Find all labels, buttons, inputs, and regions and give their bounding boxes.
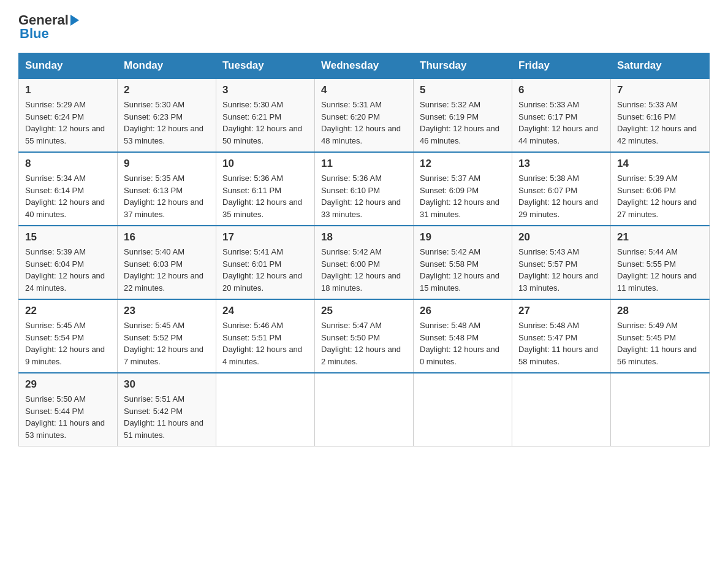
day-number: 22 (25, 305, 111, 317)
day-number: 2 (124, 84, 210, 96)
day-info: Sunrise: 5:51 AMSunset: 5:42 PMDaylight:… (124, 394, 203, 440)
day-number: 9 (124, 158, 210, 170)
day-number: 24 (222, 305, 308, 317)
logo-blue-text: Blue (20, 26, 49, 42)
calendar-day-cell: 15Sunrise: 5:39 AMSunset: 6:04 PMDayligh… (19, 226, 118, 299)
calendar-day-cell (611, 373, 710, 446)
day-info: Sunrise: 5:46 AMSunset: 5:51 PMDaylight:… (222, 321, 302, 366)
logo-triangle-icon (70, 15, 79, 26)
calendar-day-cell: 23Sunrise: 5:45 AMSunset: 5:52 PMDayligh… (118, 299, 216, 373)
calendar-header-saturday: Saturday (611, 53, 710, 79)
page-header: General Blue (18, 12, 710, 42)
calendar-day-cell: 29Sunrise: 5:50 AMSunset: 5:44 PMDayligh… (19, 373, 118, 446)
day-number: 26 (420, 305, 506, 317)
day-info: Sunrise: 5:36 AMSunset: 6:10 PMDaylight:… (321, 174, 401, 219)
calendar-day-cell: 9Sunrise: 5:35 AMSunset: 6:13 PMDaylight… (118, 152, 216, 226)
day-info: Sunrise: 5:36 AMSunset: 6:11 PMDaylight:… (222, 174, 302, 219)
calendar-day-cell: 20Sunrise: 5:43 AMSunset: 5:57 PMDayligh… (512, 226, 611, 299)
day-info: Sunrise: 5:45 AMSunset: 5:54 PMDaylight:… (25, 321, 105, 366)
calendar-day-cell: 17Sunrise: 5:41 AMSunset: 6:01 PMDayligh… (216, 226, 315, 299)
day-number: 8 (25, 158, 111, 170)
calendar-body: 1Sunrise: 5:29 AMSunset: 6:24 PMDaylight… (19, 79, 710, 446)
day-number: 4 (321, 84, 407, 96)
calendar-day-cell: 10Sunrise: 5:36 AMSunset: 6:11 PMDayligh… (216, 152, 315, 226)
calendar-day-cell: 11Sunrise: 5:36 AMSunset: 6:10 PMDayligh… (315, 152, 414, 226)
calendar-header-tuesday: Tuesday (216, 53, 315, 79)
day-number: 21 (617, 231, 703, 243)
calendar-day-cell: 30Sunrise: 5:51 AMSunset: 5:42 PMDayligh… (118, 373, 216, 446)
calendar-day-cell: 12Sunrise: 5:37 AMSunset: 6:09 PMDayligh… (414, 152, 512, 226)
day-number: 19 (420, 231, 506, 243)
calendar-header-sunday: Sunday (19, 53, 118, 79)
calendar-header: SundayMondayTuesdayWednesdayThursdayFrid… (19, 53, 710, 79)
day-number: 12 (420, 158, 506, 170)
day-info: Sunrise: 5:45 AMSunset: 5:52 PMDaylight:… (124, 321, 203, 366)
logo: General Blue (18, 12, 79, 42)
day-info: Sunrise: 5:34 AMSunset: 6:14 PMDaylight:… (25, 174, 105, 219)
day-info: Sunrise: 5:35 AMSunset: 6:13 PMDaylight:… (124, 174, 203, 219)
day-number: 15 (25, 231, 111, 243)
calendar-header-monday: Monday (118, 53, 216, 79)
calendar-day-cell: 28Sunrise: 5:49 AMSunset: 5:45 PMDayligh… (611, 299, 710, 373)
day-info: Sunrise: 5:32 AMSunset: 6:19 PMDaylight:… (420, 100, 499, 145)
day-info: Sunrise: 5:29 AMSunset: 6:24 PMDaylight:… (25, 100, 105, 145)
calendar-day-cell (216, 373, 315, 446)
day-number: 10 (222, 158, 308, 170)
day-number: 29 (25, 378, 111, 391)
day-info: Sunrise: 5:30 AMSunset: 6:21 PMDaylight:… (222, 100, 302, 145)
day-number: 27 (518, 305, 604, 317)
calendar-day-cell: 1Sunrise: 5:29 AMSunset: 6:24 PMDaylight… (19, 79, 118, 152)
calendar-day-cell: 7Sunrise: 5:33 AMSunset: 6:16 PMDaylight… (611, 79, 710, 152)
day-number: 7 (617, 84, 703, 96)
day-info: Sunrise: 5:39 AMSunset: 6:04 PMDaylight:… (25, 247, 105, 293)
day-info: Sunrise: 5:42 AMSunset: 6:00 PMDaylight:… (321, 247, 401, 293)
calendar-day-cell (315, 373, 414, 446)
day-info: Sunrise: 5:43 AMSunset: 5:57 PMDaylight:… (518, 247, 598, 293)
calendar-day-cell (512, 373, 611, 446)
day-info: Sunrise: 5:50 AMSunset: 5:44 PMDaylight:… (25, 394, 105, 440)
day-number: 16 (124, 231, 210, 243)
calendar-day-cell: 22Sunrise: 5:45 AMSunset: 5:54 PMDayligh… (19, 299, 118, 373)
day-info: Sunrise: 5:33 AMSunset: 6:16 PMDaylight:… (617, 100, 697, 145)
day-info: Sunrise: 5:37 AMSunset: 6:09 PMDaylight:… (420, 174, 499, 219)
calendar-week-row: 22Sunrise: 5:45 AMSunset: 5:54 PMDayligh… (19, 299, 710, 373)
calendar-day-cell: 24Sunrise: 5:46 AMSunset: 5:51 PMDayligh… (216, 299, 315, 373)
day-info: Sunrise: 5:30 AMSunset: 6:23 PMDaylight:… (124, 100, 203, 145)
calendar-week-row: 29Sunrise: 5:50 AMSunset: 5:44 PMDayligh… (19, 373, 710, 446)
calendar-day-cell: 19Sunrise: 5:42 AMSunset: 5:58 PMDayligh… (414, 226, 512, 299)
calendar-day-cell (414, 373, 512, 446)
header-row: SundayMondayTuesdayWednesdayThursdayFrid… (19, 53, 710, 79)
day-number: 5 (420, 84, 506, 96)
day-number: 6 (518, 84, 604, 96)
calendar-day-cell: 18Sunrise: 5:42 AMSunset: 6:00 PMDayligh… (315, 226, 414, 299)
day-info: Sunrise: 5:31 AMSunset: 6:20 PMDaylight:… (321, 100, 401, 145)
calendar-day-cell: 6Sunrise: 5:33 AMSunset: 6:17 PMDaylight… (512, 79, 611, 152)
day-info: Sunrise: 5:39 AMSunset: 6:06 PMDaylight:… (617, 174, 697, 219)
calendar-header-thursday: Thursday (414, 53, 512, 79)
calendar-day-cell: 8Sunrise: 5:34 AMSunset: 6:14 PMDaylight… (19, 152, 118, 226)
calendar-day-cell: 2Sunrise: 5:30 AMSunset: 6:23 PMDaylight… (118, 79, 216, 152)
calendar-table: SundayMondayTuesdayWednesdayThursdayFrid… (18, 53, 710, 446)
day-info: Sunrise: 5:40 AMSunset: 6:03 PMDaylight:… (124, 247, 203, 293)
day-info: Sunrise: 5:33 AMSunset: 6:17 PMDaylight:… (518, 100, 598, 145)
day-number: 1 (25, 84, 111, 96)
calendar-day-cell: 14Sunrise: 5:39 AMSunset: 6:06 PMDayligh… (611, 152, 710, 226)
day-number: 25 (321, 305, 407, 317)
calendar-header-friday: Friday (512, 53, 611, 79)
day-number: 14 (617, 158, 703, 170)
day-number: 3 (222, 84, 308, 96)
day-number: 11 (321, 158, 407, 170)
day-info: Sunrise: 5:49 AMSunset: 5:45 PMDaylight:… (617, 321, 697, 366)
day-number: 30 (124, 378, 210, 391)
calendar-day-cell: 21Sunrise: 5:44 AMSunset: 5:55 PMDayligh… (611, 226, 710, 299)
calendar-day-cell: 13Sunrise: 5:38 AMSunset: 6:07 PMDayligh… (512, 152, 611, 226)
calendar-day-cell: 3Sunrise: 5:30 AMSunset: 6:21 PMDaylight… (216, 79, 315, 152)
day-info: Sunrise: 5:41 AMSunset: 6:01 PMDaylight:… (222, 247, 302, 293)
calendar-day-cell: 16Sunrise: 5:40 AMSunset: 6:03 PMDayligh… (118, 226, 216, 299)
calendar-day-cell: 5Sunrise: 5:32 AMSunset: 6:19 PMDaylight… (414, 79, 512, 152)
day-info: Sunrise: 5:48 AMSunset: 5:48 PMDaylight:… (420, 321, 499, 366)
day-info: Sunrise: 5:44 AMSunset: 5:55 PMDaylight:… (617, 247, 697, 293)
calendar-header-wednesday: Wednesday (315, 53, 414, 79)
day-info: Sunrise: 5:47 AMSunset: 5:50 PMDaylight:… (321, 321, 401, 366)
calendar-day-cell: 27Sunrise: 5:48 AMSunset: 5:47 PMDayligh… (512, 299, 611, 373)
